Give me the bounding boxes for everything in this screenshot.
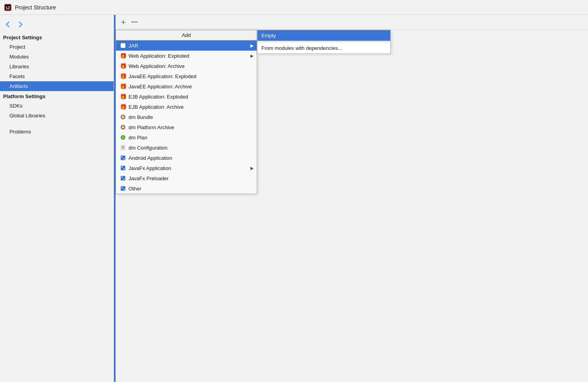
svg-rect-19 — [121, 158, 123, 159]
svg-rect-4 — [121, 44, 123, 46]
menu-item-javafx-preloader[interactable]: JavaFx Preloader — [116, 173, 257, 183]
sidebar-item-libraries[interactable]: Libraries — [0, 62, 114, 71]
web-archive-icon: 🎁 — [120, 63, 126, 69]
menu-item-javafx[interactable]: JavaFx Application ▶ — [116, 163, 257, 173]
menu-item-javaee-exploded[interactable]: 🎁 JavaEE Application: Exploded — [116, 71, 257, 81]
remove-button[interactable]: — — [130, 17, 139, 27]
svg-rect-12 — [121, 145, 125, 150]
dropdown-container: Add JAR ▶ 🎁 Web App — [116, 30, 391, 194]
svg-rect-27 — [121, 177, 123, 178]
svg-rect-5 — [123, 46, 125, 47]
svg-text:IJ: IJ — [6, 5, 9, 10]
add-menu: Add JAR ▶ 🎁 Web App — [116, 30, 257, 194]
submenu-item-from-modules-label: From modules with dependencies... — [261, 45, 342, 51]
menu-item-javaee-archive-label: JavaEE Application: Archive — [129, 84, 192, 90]
content-area: + — Add JAR ▶ — [114, 15, 588, 382]
project-settings-header: Project Settings — [0, 32, 114, 42]
svg-rect-32 — [121, 187, 123, 188]
svg-rect-23 — [123, 166, 125, 168]
javafx-icon — [120, 165, 126, 171]
svg-rect-25 — [123, 168, 125, 170]
ejb-exploded-icon: 🎁 — [120, 93, 126, 100]
add-menu-header: Add — [116, 30, 257, 40]
toolbar-strip: + — — [116, 15, 588, 30]
menu-item-android-label: Android Application — [129, 155, 172, 161]
menu-item-jar[interactable]: JAR ▶ — [116, 40, 257, 51]
dm-bundle-icon — [120, 114, 126, 120]
menu-item-dm-plan[interactable]: dm Plan — [116, 132, 257, 143]
submenu-item-empty-label: Empty — [261, 33, 276, 38]
menu-item-dm-config[interactable]: dm Configuration — [116, 143, 257, 153]
dm-platform-icon — [120, 124, 126, 130]
menu-item-web-exploded[interactable]: 🎁 Web Application: Exploded ▶ — [116, 51, 257, 61]
menu-item-ejb-archive-label: EJB Application: Archive — [129, 104, 184, 110]
sidebar-item-sdks[interactable]: SDKs — [0, 101, 114, 111]
menu-item-dm-config-label: dm Configuration — [129, 145, 167, 151]
menu-item-dm-bundle[interactable]: dm Bundle — [116, 112, 257, 122]
sidebar-item-global-libraries[interactable]: Global Libraries — [0, 111, 114, 121]
menu-item-other[interactable]: Other — [116, 183, 257, 194]
svg-rect-33 — [123, 187, 125, 188]
menu-item-javaee-exploded-label: JavaEE Application: Exploded — [129, 73, 197, 79]
menu-item-other-label: Other — [129, 186, 141, 192]
svg-rect-29 — [121, 178, 123, 180]
svg-rect-28 — [123, 177, 125, 178]
menu-item-dm-bundle-label: dm Bundle — [129, 114, 153, 120]
svg-rect-17 — [121, 156, 123, 158]
sidebar-item-project[interactable]: Project — [0, 42, 114, 52]
dm-config-icon — [120, 144, 126, 151]
window-title: Project Structure — [15, 4, 56, 11]
android-icon — [120, 155, 126, 161]
ejb-archive-icon: 🎁 — [120, 104, 126, 110]
app-icon: IJ — [4, 4, 12, 11]
svg-point-11 — [122, 136, 124, 139]
menu-item-javaee-archive[interactable]: 🎁 JavaEE Application: Archive — [116, 81, 257, 91]
sidebar-item-facets[interactable]: Facets — [0, 71, 114, 81]
menu-item-javafx-preloader-label: JavaFx Preloader — [129, 175, 169, 181]
title-bar: IJ Project Structure — [0, 0, 588, 15]
platform-settings-header: Platform Settings — [0, 91, 114, 101]
other-icon — [120, 185, 126, 192]
javaee-exploded-icon: 🎁 — [120, 73, 126, 79]
sidebar: Project Settings Project Modules Librari… — [0, 15, 114, 382]
menu-item-ejb-archive[interactable]: 🎁 EJB Application: Archive — [116, 102, 257, 112]
dm-plan-icon — [120, 134, 126, 141]
svg-rect-20 — [123, 158, 125, 159]
web-exploded-icon: 🎁 — [120, 53, 126, 59]
svg-rect-30 — [123, 178, 125, 180]
main-layout: Project Settings Project Modules Librari… — [0, 15, 588, 382]
svg-rect-35 — [123, 188, 125, 190]
submenu-separator — [257, 42, 390, 42]
svg-rect-22 — [121, 166, 123, 168]
jar-arrow: ▶ — [250, 43, 254, 48]
menu-item-dm-platform[interactable]: dm Platform Archive — [116, 122, 257, 132]
nav-arrows — [0, 18, 114, 32]
javafx-arrow: ▶ — [250, 166, 254, 171]
menu-item-ejb-exploded-label: EJB Application: Exploded — [129, 94, 188, 100]
menu-item-javafx-label: JavaFx Application — [129, 165, 171, 171]
menu-item-web-archive[interactable]: 🎁 Web Application: Archive — [116, 61, 257, 71]
submenu-item-empty[interactable]: Empty — [257, 30, 390, 41]
sidebar-item-modules[interactable]: Modules — [0, 52, 114, 62]
forward-arrow[interactable] — [16, 20, 25, 29]
sidebar-item-artifacts[interactable]: Artifacts — [0, 81, 114, 91]
menu-item-jar-label: JAR — [129, 43, 138, 49]
javafx-preloader-icon — [120, 175, 126, 181]
svg-rect-18 — [123, 156, 125, 158]
menu-item-ejb-exploded[interactable]: 🎁 EJB Application: Exploded — [116, 91, 257, 102]
add-button[interactable]: + — [119, 18, 128, 27]
svg-rect-34 — [121, 188, 123, 190]
menu-item-android[interactable]: Android Application — [116, 153, 257, 163]
back-arrow[interactable] — [3, 20, 13, 29]
web-exploded-arrow: ▶ — [250, 53, 254, 58]
menu-item-dm-plan-label: dm Plan — [129, 135, 147, 141]
jar-submenu: Empty From modules with dependencies... — [257, 30, 391, 54]
jar-icon — [120, 42, 126, 49]
sidebar-item-problems[interactable]: Problems — [0, 127, 114, 137]
svg-rect-24 — [121, 168, 123, 170]
menu-item-dm-platform-label: dm Platform Archive — [129, 124, 174, 130]
menu-item-web-archive-label: Web Application: Archive — [129, 63, 185, 69]
menu-item-web-exploded-label: Web Application: Exploded — [129, 53, 189, 59]
submenu-item-from-modules[interactable]: From modules with dependencies... — [257, 43, 390, 53]
javaee-archive-icon: 🎁 — [120, 83, 126, 90]
